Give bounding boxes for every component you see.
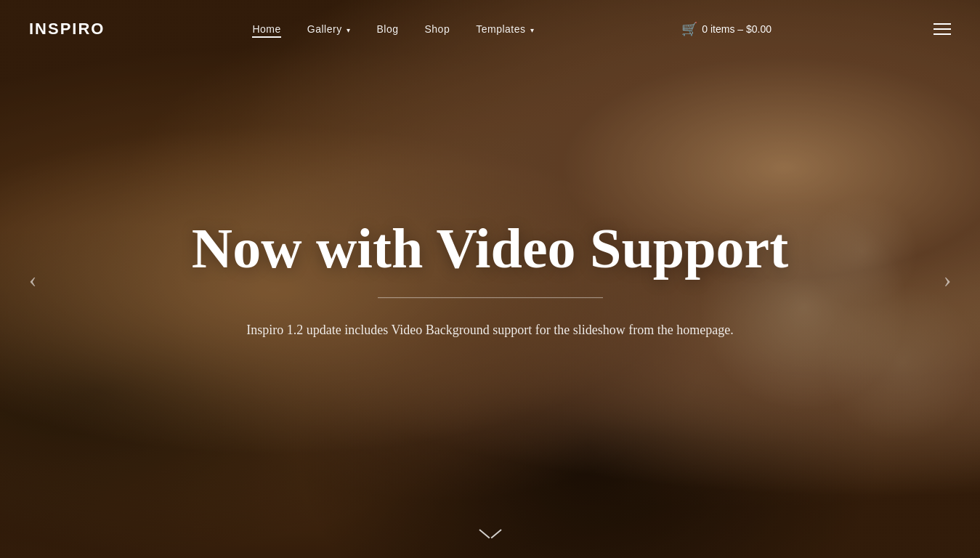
cart-button[interactable]: 🛒 0 items – $0.00 — [681, 21, 772, 37]
cart-label: 0 items – $0.00 — [702, 23, 772, 35]
hamburger-line-2 — [934, 28, 951, 30]
nav-item-home[interactable]: Home — [252, 23, 280, 36]
nav-link-shop[interactable]: Shop — [424, 23, 450, 35]
hamburger-line-1 — [934, 23, 951, 25]
slide-prev-button[interactable]: ‹ — [15, 261, 51, 297]
navbar: INSPIRO Home Gallery ▾ Blog Shop Templat… — [0, 0, 980, 58]
nav-link-templates[interactable]: Templates ▾ — [476, 23, 534, 35]
nav-link-gallery[interactable]: Gallery ▾ — [307, 23, 351, 35]
cart-icon: 🛒 — [681, 21, 697, 37]
hero-divider — [378, 297, 603, 298]
scroll-chevron-icon — [479, 525, 501, 536]
slide-next-button[interactable]: › — [929, 261, 965, 297]
nav-link-home[interactable]: Home — [252, 23, 280, 38]
chevron-left-icon: ‹ — [29, 266, 37, 293]
nav-item-gallery[interactable]: Gallery ▾ — [307, 23, 351, 36]
hamburger-menu[interactable] — [934, 23, 951, 35]
hero-subtitle: Inspiro 1.2 update includes Video Backgr… — [163, 320, 817, 341]
nav-link-blog[interactable]: Blog — [376, 23, 398, 35]
nav-links: Home Gallery ▾ Blog Shop Templates ▾ — [252, 23, 534, 36]
hero-content: Now with Video Support Inspiro 1.2 updat… — [163, 217, 817, 341]
hero-section: INSPIRO Home Gallery ▾ Blog Shop Templat… — [0, 0, 980, 558]
hero-title: Now with Video Support — [163, 217, 817, 280]
brand-logo[interactable]: INSPIRO — [29, 20, 105, 39]
chevron-right-icon: › — [944, 266, 952, 293]
chevron-down-icon-templates: ▾ — [528, 26, 535, 34]
nav-item-blog[interactable]: Blog — [376, 23, 398, 36]
scroll-down-button[interactable] — [479, 525, 501, 536]
hamburger-line-3 — [934, 33, 951, 35]
nav-item-shop[interactable]: Shop — [424, 23, 450, 36]
chevron-down-icon: ▾ — [344, 26, 351, 34]
nav-item-templates[interactable]: Templates ▾ — [476, 23, 534, 36]
